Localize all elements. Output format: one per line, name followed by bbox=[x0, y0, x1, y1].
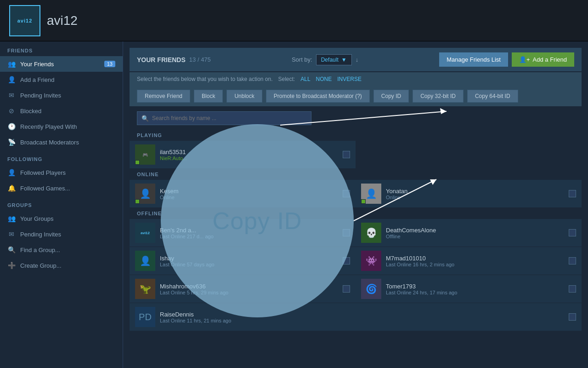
friend-status: NieR:Auto... bbox=[160, 155, 338, 161]
friend-item[interactable]: PD RaiseDennis Last Online 11 hrs, 21 mi… bbox=[130, 303, 582, 331]
friend-name: RaiseDennis bbox=[160, 311, 564, 318]
sidebar-item-create-group[interactable]: ➕ Create Group... bbox=[0, 258, 123, 273]
friend-status: Last Online 5 hrs, 29 mins ago bbox=[160, 290, 338, 295]
promote-button[interactable]: Promote to Broadcast Moderator (?) bbox=[266, 90, 370, 103]
your-groups-label: Your Groups bbox=[20, 215, 54, 222]
friend-name: Yonatan bbox=[386, 188, 564, 195]
friend-select-checkbox[interactable] bbox=[343, 285, 350, 293]
friend-status: Offline bbox=[386, 234, 564, 239]
header-buttons: Manage Friends List 👤+ Add a Friend bbox=[439, 52, 574, 67]
friends-count: 13 / 475 bbox=[189, 56, 211, 63]
select-none-link[interactable]: NONE bbox=[316, 76, 332, 82]
friend-item[interactable]: 👾 M7mad101010 Last Online 16 hrs, 2 mins… bbox=[356, 247, 582, 275]
friend-status: Last Online 11 hrs, 21 mins ago bbox=[160, 318, 564, 323]
friend-select-checkbox[interactable] bbox=[569, 257, 576, 264]
unblock-button[interactable]: Unblock bbox=[226, 90, 262, 103]
avatar: 👤 bbox=[135, 184, 155, 204]
friend-select-checkbox[interactable] bbox=[343, 151, 350, 158]
manage-friends-list-button[interactable]: Manage Friends List bbox=[439, 52, 508, 67]
friend-item[interactable]: 🦖 Mishahromov636 Last Online 5 hrs, 29 m… bbox=[130, 275, 356, 303]
user-avatar: avi12 bbox=[9, 5, 40, 36]
select-all-link[interactable]: ALL bbox=[300, 76, 310, 82]
friend-info: RaiseDennis Last Online 11 hrs, 21 mins … bbox=[160, 311, 564, 323]
block-button[interactable]: Block bbox=[194, 90, 223, 103]
sidebar-item-pending-invites[interactable]: ✉ Pending Invites bbox=[0, 87, 123, 103]
search-input[interactable] bbox=[137, 111, 311, 125]
recently-played-label: Recently Played With bbox=[20, 123, 77, 130]
pending-invites-groups-label: Pending Invites bbox=[20, 231, 61, 238]
bottom-row: PD RaiseDennis Last Online 11 hrs, 21 mi… bbox=[130, 303, 582, 331]
friend-name: Ishay bbox=[160, 255, 338, 262]
friend-info: Ishay Last Online 57 days ago bbox=[160, 255, 338, 267]
sidebar-item-your-friends[interactable]: 👥 Your Friends 13 bbox=[0, 56, 123, 72]
blocked-label: Blocked bbox=[20, 108, 41, 115]
sidebar-item-find-group[interactable]: 🔍 Find a Group... bbox=[0, 242, 123, 258]
friend-item[interactable]: avi12 Ben's 2nd a... Last Online 217 d..… bbox=[130, 219, 356, 247]
sidebar-item-recently-played[interactable]: 🕐 Recently Played With bbox=[0, 119, 123, 134]
friend-select-checkbox[interactable] bbox=[569, 313, 576, 321]
friend-select-checkbox[interactable] bbox=[343, 257, 350, 264]
avatar: 🌀 bbox=[361, 279, 381, 299]
followed-games-icon: 🔔 bbox=[7, 184, 16, 192]
copy-id-button[interactable]: Copy ID bbox=[373, 90, 409, 103]
followed-games-label: Followed Games... bbox=[20, 185, 70, 192]
friend-status: Last Online 16 hrs, 2 mins ago bbox=[386, 262, 564, 267]
sidebar-item-broadcast-mods[interactable]: 📡 Broadcast Moderators bbox=[0, 134, 123, 150]
friend-item[interactable]: 🎮 ilan53531 NieR:Auto... bbox=[130, 141, 356, 169]
friend-name: Kesem bbox=[160, 188, 338, 195]
friend-info: Ben's 2nd a... Last Online 217 d... ago bbox=[160, 227, 338, 239]
friend-info: M7mad101010 Last Online 16 hrs, 2 mins a… bbox=[386, 255, 564, 267]
find-group-icon: 🔍 bbox=[7, 246, 16, 254]
friend-info: Kesem Online bbox=[160, 188, 338, 200]
broadcast-mods-label: Broadcast Moderators bbox=[20, 139, 79, 146]
friend-select-checkbox[interactable] bbox=[343, 229, 350, 236]
sort-area: Sort by: Default ▼ ↓ bbox=[292, 54, 358, 65]
offline-list: avi12 Ben's 2nd a... Last Online 217 d..… bbox=[130, 219, 582, 303]
sidebar-item-followed-games[interactable]: 🔔 Followed Games... bbox=[0, 180, 123, 196]
top-bar: avi12 avi12 bbox=[0, 0, 588, 41]
avatar: 🦖 bbox=[135, 279, 155, 299]
pending-groups-icon: ✉ bbox=[7, 230, 16, 238]
friend-item[interactable]: 👤 Kesem Online bbox=[130, 180, 356, 208]
friend-item[interactable]: 👤 Yonatan Online bbox=[356, 180, 582, 208]
friend-status: Last Online 24 hrs, 17 mins ago bbox=[386, 290, 564, 295]
followed-players-icon: 👤 bbox=[7, 168, 16, 177]
sort-dropdown[interactable]: Default ▼ bbox=[316, 54, 352, 65]
select-inverse-link[interactable]: INVERSE bbox=[337, 76, 362, 82]
friend-status: Last Online 57 days ago bbox=[160, 262, 338, 267]
friend-item[interactable]: 💀 DeathComesAlone Offline bbox=[356, 219, 582, 247]
find-group-label: Find a Group... bbox=[20, 247, 60, 253]
friend-select-checkbox[interactable] bbox=[343, 190, 350, 197]
sidebar-item-blocked[interactable]: ⊘ Blocked bbox=[0, 103, 123, 119]
friend-select-checkbox[interactable] bbox=[569, 285, 576, 293]
online-section-header: ONLINE bbox=[130, 169, 582, 180]
sidebar-item-followed-players[interactable]: 👤 Followed Players bbox=[0, 165, 123, 180]
sidebar-item-pending-invites-groups[interactable]: ✉ Pending Invites bbox=[0, 226, 123, 242]
playing-list: 🎮 ilan53531 NieR:Auto... bbox=[130, 141, 582, 169]
friend-item[interactable]: 👤 Ishay Last Online 57 days ago bbox=[130, 247, 356, 275]
friends-title: YOUR FRIENDS bbox=[137, 56, 186, 63]
friend-select-checkbox[interactable] bbox=[569, 190, 576, 197]
add-friend-button[interactable]: 👤+ Add a Friend bbox=[512, 52, 574, 67]
sort-direction-icon: ↓ bbox=[356, 56, 359, 63]
sidebar-item-your-groups[interactable]: 👥 Your Groups bbox=[0, 211, 123, 226]
friend-name: DeathComesAlone bbox=[386, 227, 564, 234]
sidebar-item-add-friend[interactable]: 👤 Add a Friend bbox=[0, 72, 123, 87]
copy-32bit-button[interactable]: Copy 32-bit ID bbox=[413, 90, 464, 103]
your-friends-label: Your Friends bbox=[20, 61, 54, 68]
create-group-icon: ➕ bbox=[7, 261, 16, 270]
chevron-down-icon: ▼ bbox=[341, 57, 347, 63]
following-section-title: FOLLOWING bbox=[0, 150, 123, 165]
friends-badge: 13 bbox=[104, 61, 115, 67]
create-group-label: Create Group... bbox=[20, 262, 62, 269]
offline-section-header: OFFLINE bbox=[130, 208, 582, 219]
remove-friend-button[interactable]: Remove Friend bbox=[137, 90, 190, 103]
friend-item[interactable]: 🌀 Tomer1793 Last Online 24 hrs, 17 mins … bbox=[356, 275, 582, 303]
friend-select-checkbox[interactable] bbox=[569, 229, 576, 236]
friends-icon: 👥 bbox=[7, 60, 16, 68]
main-layout: FRIENDS 👥 Your Friends 13 👤 Add a Friend… bbox=[0, 41, 588, 368]
friend-info: Yonatan Online bbox=[386, 188, 564, 200]
friend-name: Mishahromov636 bbox=[160, 283, 338, 290]
friends-header: YOUR FRIENDS 13 / 475 Sort by: Default ▼… bbox=[130, 48, 582, 71]
copy-64bit-button[interactable]: Copy 64-bit ID bbox=[467, 90, 518, 103]
